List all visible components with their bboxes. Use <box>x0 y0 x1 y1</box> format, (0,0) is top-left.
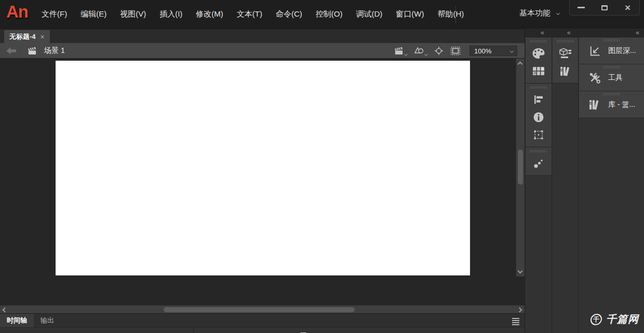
timeline-column-divider[interactable] <box>193 327 194 333</box>
edit-symbols-icon <box>414 46 424 56</box>
edit-multiple-frames-button[interactable] <box>458 328 466 333</box>
library-panel-button-labeled[interactable]: 库 - 篮... <box>579 91 644 118</box>
menu-item-help[interactable]: 帮助(H) <box>437 9 464 19</box>
dock-header: « « « <box>525 29 644 37</box>
step-forward-one-frame-button[interactable]: ▶ <box>368 328 377 333</box>
scroll-left-icon[interactable] <box>3 308 8 313</box>
tools-panel-button[interactable]: 工具 <box>579 64 644 91</box>
scroll-up-icon[interactable] <box>518 62 523 67</box>
menu-item-command[interactable]: 命令(C) <box>276 9 302 19</box>
minimize-button[interactable] <box>572 2 590 14</box>
collapse-panels-icon[interactable]: « <box>567 29 570 36</box>
chevron-down-icon <box>506 50 517 52</box>
current-frame-field[interactable]: 1 <box>196 328 199 333</box>
horizontal-scrollbar-thumb[interactable] <box>164 307 355 312</box>
swatches-icon <box>532 66 545 76</box>
onion-skin-outlines-button[interactable] <box>445 328 455 333</box>
swatches-panel-button[interactable] <box>527 62 550 80</box>
delete-button[interactable] <box>39 328 48 333</box>
onion-skin-button[interactable] <box>433 328 442 333</box>
stage-zoom-value: 100% <box>470 47 506 55</box>
layer-parenting-button[interactable] <box>158 328 168 333</box>
library-panel-button[interactable] <box>554 62 577 80</box>
stage-canvas[interactable] <box>56 61 470 275</box>
right-dock: « « « <box>525 29 644 333</box>
menu-item-insert[interactable]: 插入(I) <box>159 9 182 19</box>
clip-content-button[interactable] <box>450 46 461 56</box>
close-button[interactable]: × <box>619 2 637 14</box>
tab-output[interactable]: 输出 <box>34 314 61 327</box>
workspace-switcher[interactable]: 基本功能 <box>519 8 559 18</box>
panel-grip[interactable] <box>530 150 547 152</box>
align-panel-button[interactable] <box>527 91 550 108</box>
info-icon <box>533 112 544 123</box>
go-to-first-frame-button[interactable]: ◀ <box>332 328 341 333</box>
panel-label: 工具 <box>608 73 623 82</box>
menu-item-modify[interactable]: 修改(M) <box>196 9 223 19</box>
menu-item-window[interactable]: 窗口(W) <box>396 9 424 19</box>
vertical-scrollbar-thumb[interactable] <box>518 149 523 185</box>
watermark-logo-icon: 千 <box>590 314 602 325</box>
elapsed-time-field[interactable]: 0.0s <box>217 328 232 333</box>
reset-timeline-zoom-button[interactable] <box>492 328 502 333</box>
menu-item-control[interactable]: 控制(O) <box>316 9 343 19</box>
layer-depth-button[interactable] <box>176 328 185 333</box>
center-stage-button[interactable] <box>434 46 444 56</box>
edit-bar-controls: 100% <box>394 43 517 59</box>
step-forward-button[interactable]: ▶ <box>312 328 318 333</box>
step-back-one-frame-button[interactable]: ◀ <box>345 328 354 333</box>
vertical-scrollbar[interactable] <box>516 59 525 276</box>
panel-grip[interactable] <box>603 93 620 95</box>
scroll-right-icon[interactable] <box>517 308 522 313</box>
panel-grip[interactable] <box>603 66 620 68</box>
panel-grip[interactable] <box>530 86 547 89</box>
scroll-down-icon[interactable] <box>518 269 523 274</box>
new-layer-button[interactable] <box>8 328 18 333</box>
info-panel-button[interactable] <box>527 108 550 126</box>
stage-zoom-select[interactable]: 100% <box>469 46 517 56</box>
go-to-last-frame-button[interactable]: ▶ <box>381 328 389 333</box>
document-tab[interactable]: 无标题-4 × <box>4 30 50 44</box>
panel-grip[interactable] <box>603 39 620 41</box>
modify-markers-button[interactable] <box>468 328 479 333</box>
layer-depth-panel-button[interactable]: 图层深... <box>579 37 644 64</box>
add-camera-button[interactable] <box>140 328 151 333</box>
horizontal-scrollbar[interactable] <box>0 305 525 313</box>
menu-item-file[interactable]: 文件(F) <box>42 9 67 19</box>
maximize-button[interactable] <box>596 2 613 14</box>
color-panel-button[interactable] <box>527 45 550 62</box>
components-panel-button[interactable] <box>554 45 577 62</box>
transform-panel-button[interactable] <box>527 126 550 144</box>
menu-item-view[interactable]: 视图(V) <box>120 9 146 19</box>
document-tab-title: 无标题-4 <box>9 32 36 41</box>
panel-menu-icon[interactable] <box>512 318 519 325</box>
minimize-icon <box>578 7 585 8</box>
scene-breadcrumb[interactable]: 场景 1 <box>44 46 65 56</box>
edit-symbols-button[interactable] <box>414 46 427 56</box>
menu-item-text[interactable]: 文本(T) <box>237 9 262 19</box>
loop-playback-button[interactable] <box>413 328 423 333</box>
panel-grip[interactable] <box>530 40 547 43</box>
chevron-down-icon <box>424 52 428 56</box>
collapse-panels-icon[interactable]: « <box>636 29 639 36</box>
collapse-panels-icon[interactable]: « <box>541 29 544 36</box>
back-button[interactable] <box>6 47 16 54</box>
watermark-text: 千篇网 <box>606 312 639 326</box>
new-folder-button[interactable] <box>23 328 34 333</box>
menu-item-debug[interactable]: 调试(D) <box>356 9 382 19</box>
tab-timeline[interactable]: 时间轴 <box>0 314 34 327</box>
center-playhead-button[interactable] <box>401 328 410 333</box>
step-back-button[interactable]: ◀ <box>288 328 294 333</box>
shrink-frame-size-button[interactable] <box>519 328 524 333</box>
tab-close-icon[interactable]: × <box>41 33 45 40</box>
panel-group <box>526 147 552 176</box>
panel-grip[interactable] <box>557 40 574 43</box>
frame-rate-field[interactable]: 24.00fps <box>246 328 274 333</box>
menu-item-edit[interactable]: 编辑(E) <box>81 9 106 19</box>
back-arrow-icon <box>6 47 16 54</box>
edit-scene-button[interactable] <box>394 46 407 56</box>
play-button[interactable]: ▶ <box>357 328 364 333</box>
playhead-indicator[interactable] <box>300 328 307 333</box>
presets-panel-button[interactable] <box>527 155 550 172</box>
resize-timeline-view-button[interactable] <box>507 328 513 333</box>
